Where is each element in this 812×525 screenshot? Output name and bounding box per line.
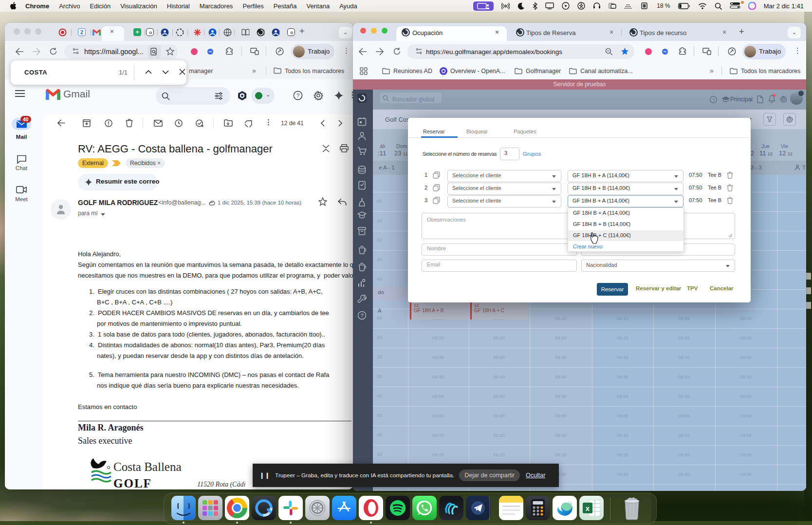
svg-text:?: ? — [712, 97, 715, 102]
svg-text:x: x — [586, 504, 590, 512]
svg-text:?: ? — [360, 313, 363, 319]
svg-text:?: ? — [296, 93, 299, 98]
